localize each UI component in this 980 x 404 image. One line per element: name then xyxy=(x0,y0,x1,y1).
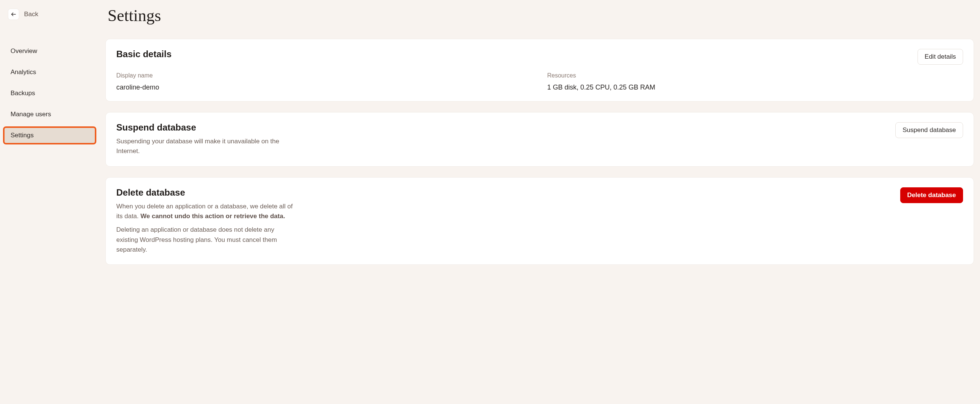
sidebar-item-backups[interactable]: Backups xyxy=(4,85,95,102)
delete-database-card: Delete database When you delete an appli… xyxy=(105,177,974,265)
sidebar-item-manage-users[interactable]: Manage users xyxy=(4,106,95,122)
edit-details-button[interactable]: Edit details xyxy=(918,49,963,65)
delete-title: Delete database xyxy=(116,187,293,198)
basic-details-card: Basic details Edit details Display name … xyxy=(105,39,974,102)
back-label: Back xyxy=(24,11,38,18)
sidebar-item-overview[interactable]: Overview xyxy=(4,43,95,59)
resources-value: 1 GB disk, 0.25 CPU, 0.25 GB RAM xyxy=(547,84,963,91)
suspend-database-button[interactable]: Suspend database xyxy=(895,122,963,138)
page-title: Settings xyxy=(108,6,974,25)
suspend-database-card: Suspend database Suspending your databas… xyxy=(105,112,974,167)
sidebar-nav: Overview Analytics Backups Manage users … xyxy=(4,43,95,144)
back-button[interactable]: Back xyxy=(4,5,95,23)
suspend-title: Suspend database xyxy=(116,122,293,133)
basic-details-title: Basic details xyxy=(116,49,172,59)
arrow-left-icon xyxy=(8,9,19,19)
suspend-description: Suspending your database will make it un… xyxy=(116,137,293,156)
resources-label: Resources xyxy=(547,72,963,79)
resources-field: Resources 1 GB disk, 0.25 CPU, 0.25 GB R… xyxy=(547,72,963,91)
display-name-value: caroline-demo xyxy=(116,84,532,91)
delete-database-button[interactable]: Delete database xyxy=(900,187,963,203)
main-content: Settings Basic details Edit details Disp… xyxy=(99,0,980,404)
delete-p2: Deleting an application or database does… xyxy=(116,225,293,254)
sidebar: Back Overview Analytics Backups Manage u… xyxy=(0,0,99,404)
sidebar-item-settings[interactable]: Settings xyxy=(4,127,95,144)
delete-description: When you delete an application or a data… xyxy=(116,202,293,255)
sidebar-item-analytics[interactable]: Analytics xyxy=(4,64,95,81)
display-name-field: Display name caroline-demo xyxy=(116,72,532,91)
delete-p1b: We cannot undo this action or retrieve t… xyxy=(140,213,285,219)
display-name-label: Display name xyxy=(116,72,532,79)
